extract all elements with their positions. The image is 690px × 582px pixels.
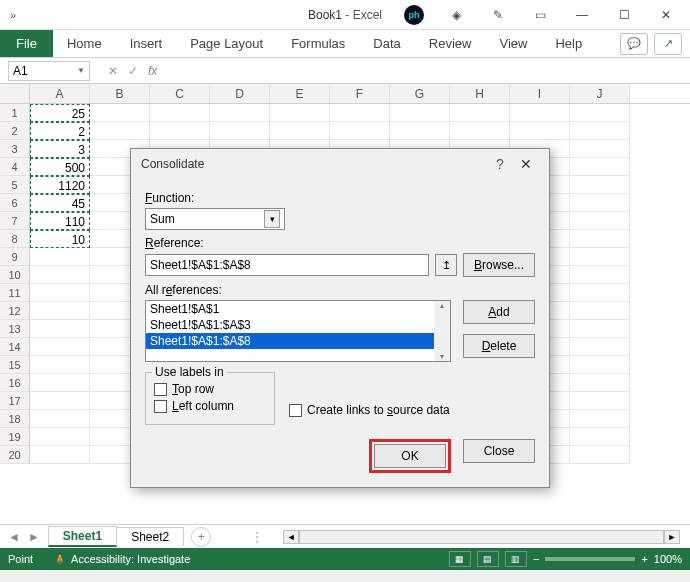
cell[interactable] xyxy=(570,140,630,158)
sheet-tab-active[interactable]: Sheet1 xyxy=(48,526,117,547)
search-icon[interactable]: ✎ xyxy=(478,1,518,29)
zoom-in-icon[interactable]: + xyxy=(641,553,647,565)
cell[interactable] xyxy=(30,302,90,320)
collapse-dialog-icon[interactable]: ↥ xyxy=(435,254,457,276)
zoom-level[interactable]: 100% xyxy=(654,553,682,565)
tab-page-layout[interactable]: Page Layout xyxy=(176,30,277,57)
col-header[interactable]: D xyxy=(210,84,270,103)
dialog-help-icon[interactable]: ? xyxy=(487,156,513,172)
cell[interactable] xyxy=(570,122,630,140)
cell[interactable] xyxy=(30,428,90,446)
cell[interactable] xyxy=(510,104,570,122)
col-header[interactable]: J xyxy=(570,84,630,103)
chevron-down-icon[interactable]: ▼ xyxy=(77,66,85,75)
view-pagebreak-icon[interactable]: ▥ xyxy=(505,551,527,567)
cell[interactable]: 2 xyxy=(30,122,90,140)
col-header[interactable]: A xyxy=(30,84,90,103)
new-sheet-button[interactable]: + xyxy=(191,527,211,547)
sheet-tab[interactable]: Sheet2 xyxy=(116,527,184,546)
comments-button[interactable]: 💬 xyxy=(620,33,648,55)
list-scrollbar[interactable]: ▴▾ xyxy=(434,301,450,361)
row-header[interactable]: 20 xyxy=(0,446,30,464)
cell[interactable] xyxy=(150,122,210,140)
row-header[interactable]: 13 xyxy=(0,320,30,338)
view-normal-icon[interactable]: ▦ xyxy=(449,551,471,567)
cell[interactable]: 10 xyxy=(30,230,90,248)
row-header[interactable]: 7 xyxy=(0,212,30,230)
cell[interactable] xyxy=(570,302,630,320)
cell[interactable] xyxy=(450,104,510,122)
function-combo[interactable]: Sum ▾ xyxy=(145,208,285,230)
row-header[interactable]: 11 xyxy=(0,284,30,302)
ribbon-display-icon[interactable]: ▭ xyxy=(520,1,560,29)
accessibility-status[interactable]: 🧍 Accessibility: Investigate xyxy=(53,553,190,566)
col-header[interactable]: C xyxy=(150,84,210,103)
row-header[interactable]: 3 xyxy=(0,140,30,158)
list-item-selected[interactable]: Sheet1!$A$1:$A$8 xyxy=(146,333,450,349)
fx-icon[interactable]: fx xyxy=(148,64,157,78)
cell[interactable] xyxy=(570,248,630,266)
add-button[interactable]: Add xyxy=(463,300,535,324)
col-header[interactable]: F xyxy=(330,84,390,103)
share-button[interactable]: ↗ xyxy=(654,33,682,55)
cell[interactable] xyxy=(270,122,330,140)
tab-review[interactable]: Review xyxy=(415,30,486,57)
cell[interactable] xyxy=(570,428,630,446)
sheet-nav[interactable]: ◄► xyxy=(0,530,48,544)
row-header[interactable]: 16 xyxy=(0,374,30,392)
row-header[interactable]: 5 xyxy=(0,176,30,194)
cell[interactable] xyxy=(30,356,90,374)
cell[interactable] xyxy=(390,104,450,122)
cell[interactable] xyxy=(150,104,210,122)
row-header[interactable]: 18 xyxy=(0,410,30,428)
cell[interactable] xyxy=(30,320,90,338)
maximize-icon[interactable]: ☐ xyxy=(604,1,644,29)
delete-button[interactable]: Delete xyxy=(463,334,535,358)
all-references-list[interactable]: Sheet1!$A$1 Sheet1!$A$1:$A$3 Sheet1!$A$1… xyxy=(145,300,451,362)
cell[interactable] xyxy=(210,122,270,140)
name-box[interactable]: A1 ▼ xyxy=(8,61,90,81)
cell[interactable] xyxy=(570,320,630,338)
list-item[interactable]: Sheet1!$A$1:$A$3 xyxy=(146,317,450,333)
horizontal-scrollbar[interactable]: ⋮ ◄ ► xyxy=(251,530,680,544)
row-header[interactable]: 6 xyxy=(0,194,30,212)
top-row-checkbox[interactable] xyxy=(154,383,167,396)
cancel-formula-icon[interactable]: ✕ xyxy=(108,64,118,78)
browse-button[interactable]: Browse... xyxy=(463,253,535,277)
scroll-left-icon[interactable]: ◄ xyxy=(283,530,299,544)
row-header[interactable]: 15 xyxy=(0,356,30,374)
cell[interactable] xyxy=(570,356,630,374)
cell[interactable] xyxy=(570,266,630,284)
cell[interactable] xyxy=(570,338,630,356)
row-header[interactable]: 1 xyxy=(0,104,30,122)
cell[interactable] xyxy=(30,266,90,284)
close-icon[interactable]: ✕ xyxy=(646,1,686,29)
tab-formulas[interactable]: Formulas xyxy=(277,30,359,57)
dialog-titlebar[interactable]: Consolidate ? ✕ xyxy=(131,149,549,179)
row-header[interactable]: 8 xyxy=(0,230,30,248)
cell[interactable]: 25 xyxy=(30,104,90,122)
cell[interactable] xyxy=(30,374,90,392)
left-column-checkbox[interactable] xyxy=(154,400,167,413)
select-all-corner[interactable] xyxy=(0,84,30,103)
cell[interactable]: 500 xyxy=(30,158,90,176)
col-header[interactable]: B xyxy=(90,84,150,103)
list-item[interactable]: Sheet1!$A$1 xyxy=(146,301,450,317)
reference-input[interactable] xyxy=(145,254,429,276)
cell[interactable]: 110 xyxy=(30,212,90,230)
cell[interactable] xyxy=(570,410,630,428)
row-header[interactable]: 17 xyxy=(0,392,30,410)
tab-data[interactable]: Data xyxy=(359,30,414,57)
zoom-slider[interactable] xyxy=(545,557,635,561)
cell[interactable]: 3 xyxy=(30,140,90,158)
cell[interactable] xyxy=(270,104,330,122)
row-header[interactable]: 14 xyxy=(0,338,30,356)
zoom-out-icon[interactable]: − xyxy=(533,553,539,565)
ok-button[interactable]: OK xyxy=(374,444,446,468)
row-header[interactable]: 19 xyxy=(0,428,30,446)
tab-help[interactable]: Help xyxy=(541,30,596,57)
cell[interactable] xyxy=(570,284,630,302)
cell[interactable] xyxy=(30,410,90,428)
cell[interactable] xyxy=(330,122,390,140)
cell[interactable] xyxy=(30,446,90,464)
